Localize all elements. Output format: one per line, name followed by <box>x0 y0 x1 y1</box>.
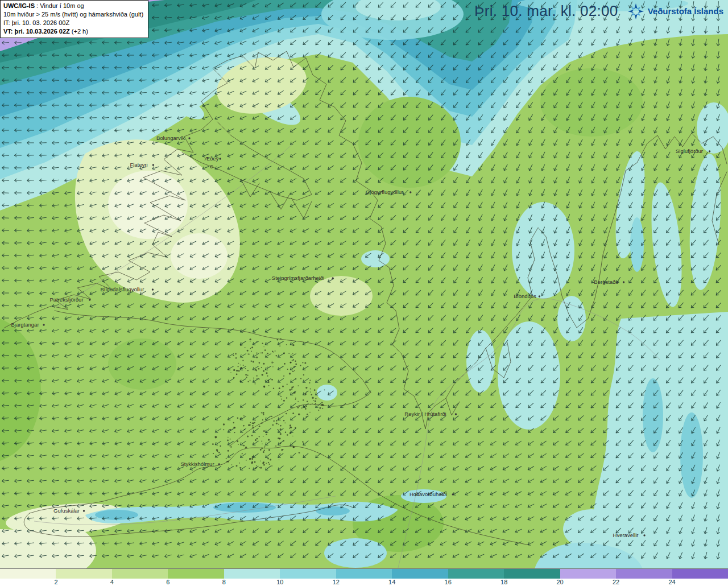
island-dot <box>263 464 265 466</box>
island-dot <box>273 362 274 363</box>
island-dot <box>275 350 276 352</box>
place-marker-dot <box>43 324 44 325</box>
island-dot <box>260 467 262 469</box>
island-dot <box>279 438 280 440</box>
island-dot <box>267 367 268 368</box>
info-line-title: UWC/IG-IS : Vindur í 10m og <box>3 2 143 10</box>
island-dot <box>262 374 263 375</box>
island-dot <box>250 348 251 349</box>
island-dot <box>279 387 280 389</box>
island-dot <box>242 360 243 361</box>
place-label: Stykkishólmur <box>180 461 214 467</box>
place-marker-dot <box>152 288 154 290</box>
island-dot <box>218 452 220 453</box>
titlebar: Þri. 10. mar. kl. 02:00 Veðurstofa Íslan… <box>474 2 723 20</box>
island-dot <box>322 408 323 409</box>
island-dot <box>257 375 258 377</box>
place-marker-dot <box>332 277 333 279</box>
island-dot <box>299 452 300 453</box>
island-dot <box>315 398 316 399</box>
island-dot <box>217 451 218 452</box>
island-dot <box>258 368 260 370</box>
island-dot <box>262 419 263 420</box>
island-dot <box>250 341 251 342</box>
island-dot <box>220 445 221 447</box>
colorbar-tick: 8 <box>222 579 226 586</box>
island-dot <box>259 362 260 364</box>
island-dot <box>263 414 264 415</box>
colorbar-segment <box>504 569 560 579</box>
island-dot <box>259 426 260 427</box>
colorbar-segment <box>280 569 336 579</box>
island-dot <box>302 362 303 363</box>
island-dot <box>311 394 313 396</box>
island-dot <box>226 461 228 463</box>
island-dot <box>245 347 246 348</box>
island-dot <box>291 386 293 388</box>
island-dot <box>253 427 254 429</box>
island-dot <box>314 389 316 391</box>
island-dot <box>307 414 308 415</box>
island-dot <box>276 423 278 424</box>
island-dot <box>268 439 270 440</box>
island-dot <box>261 423 263 424</box>
island-dot <box>234 427 235 428</box>
island-dot <box>309 382 310 383</box>
island-dot <box>262 352 263 353</box>
island-dot <box>289 424 291 426</box>
island-dot <box>273 352 274 352</box>
island-dot <box>257 353 258 354</box>
island-dot <box>243 415 245 416</box>
island-dot <box>235 353 237 355</box>
island-dot <box>315 403 316 405</box>
island-dot <box>274 420 275 422</box>
colorbar-tick: 18 <box>500 579 507 586</box>
brand-text: Veðurstofa Íslands <box>648 6 723 16</box>
place-marker-dot <box>452 493 454 495</box>
island-dot <box>233 377 235 379</box>
place-label: Flateyri <box>130 162 147 168</box>
island-dot <box>260 461 261 462</box>
place-label: Siglufjörður <box>676 148 703 154</box>
island-dot <box>251 346 253 348</box>
island-dot <box>253 361 254 362</box>
colorbar-tick: 2 <box>54 579 57 586</box>
colorbar-segment <box>616 569 672 579</box>
island-dot <box>310 389 311 390</box>
island-dot <box>279 460 279 460</box>
island-dot <box>303 374 304 375</box>
island-dot <box>276 355 277 356</box>
place-marker-dot <box>220 158 221 159</box>
island-dot <box>321 402 322 403</box>
colorbar-tick: 12 <box>333 579 340 586</box>
colorbar-segment <box>672 569 728 579</box>
island-dot <box>262 412 264 414</box>
island-dot <box>267 375 268 377</box>
colorbar-segment <box>448 569 504 579</box>
valid-time: VT: þri. 10.03.2026 02Z <box>3 28 70 35</box>
island-dot <box>267 353 268 354</box>
island-dot <box>212 443 214 445</box>
island-dot <box>283 449 284 450</box>
island-dot <box>304 362 306 364</box>
island-dot <box>293 359 294 360</box>
island-dot <box>237 417 239 419</box>
island-dot <box>233 369 235 371</box>
island-dot <box>292 353 293 354</box>
island-dot <box>238 444 239 445</box>
island-dot <box>264 449 265 451</box>
island-dot <box>267 458 269 460</box>
island-dot <box>230 446 231 447</box>
island-dot <box>252 425 253 426</box>
island-dot <box>287 434 288 436</box>
island-dot <box>238 366 239 367</box>
island-dot <box>279 346 280 347</box>
place-marker-dot <box>83 510 85 511</box>
island-dot <box>315 401 316 402</box>
island-dot <box>215 436 216 438</box>
island-dot <box>261 412 262 414</box>
island-dot <box>270 459 271 461</box>
island-dot <box>259 436 260 437</box>
island-dot <box>245 374 247 375</box>
island-dot <box>233 422 234 423</box>
